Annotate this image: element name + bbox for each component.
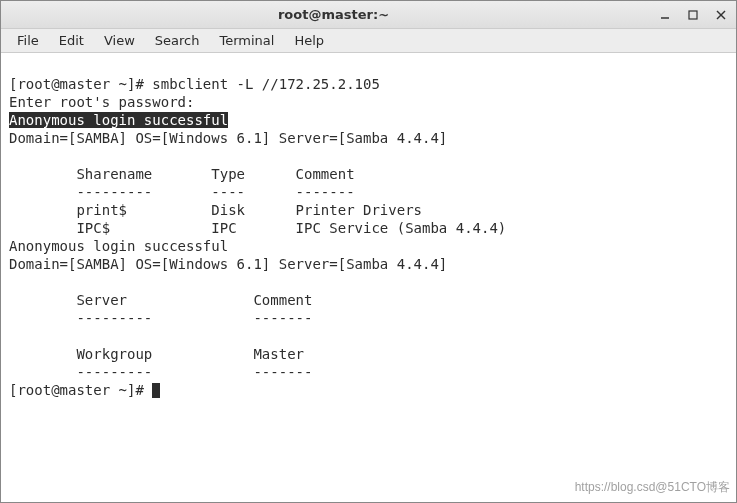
menu-file[interactable]: File <box>7 30 49 51</box>
command-text: smbclient -L //172.25.2.105 <box>152 76 380 92</box>
terminal-cursor <box>152 383 160 398</box>
output-line: Domain=[SAMBA] OS=[Windows 6.1] Server=[… <box>9 130 447 146</box>
menu-edit[interactable]: Edit <box>49 30 94 51</box>
menu-search[interactable]: Search <box>145 30 210 51</box>
minimize-button[interactable] <box>658 8 672 22</box>
prompt-text: [root@master ~]# <box>9 76 152 92</box>
maximize-button[interactable] <box>686 8 700 22</box>
output-line: --------- ------- <box>9 310 312 326</box>
prompt-text: [root@master ~]# <box>9 382 152 398</box>
titlebar: root@master:~ <box>1 1 736 29</box>
output-line: --------- ------- <box>9 364 312 380</box>
menu-help[interactable]: Help <box>284 30 334 51</box>
menu-terminal[interactable]: Terminal <box>209 30 284 51</box>
menubar: File Edit View Search Terminal Help <box>1 29 736 53</box>
output-line: print$ Disk Printer Drivers <box>9 202 422 218</box>
window-controls <box>658 8 728 22</box>
svg-rect-1 <box>689 11 697 19</box>
close-button[interactable] <box>714 8 728 22</box>
prompt-line-2: [root@master ~]# <box>9 382 160 398</box>
highlighted-output: Anonymous login successful <box>9 112 228 128</box>
menu-view[interactable]: View <box>94 30 145 51</box>
output-line: Server Comment <box>9 292 312 308</box>
output-line: Sharename Type Comment <box>9 166 355 182</box>
output-line: Workgroup Master <box>9 346 304 362</box>
terminal-area[interactable]: [root@master ~]# smbclient -L //172.25.2… <box>1 53 736 502</box>
output-line: IPC$ IPC IPC Service (Samba 4.4.4) <box>9 220 506 236</box>
output-line: Enter root's password: <box>9 94 194 110</box>
prompt-line-1: [root@master ~]# smbclient -L //172.25.2… <box>9 76 380 92</box>
output-line: Anonymous login successful <box>9 238 228 254</box>
output-line: Domain=[SAMBA] OS=[Windows 6.1] Server=[… <box>9 256 447 272</box>
output-line: --------- ---- ------- <box>9 184 355 200</box>
watermark: https://blog.csd@51CTO博客 <box>575 478 730 496</box>
window-title: root@master:~ <box>9 7 658 22</box>
